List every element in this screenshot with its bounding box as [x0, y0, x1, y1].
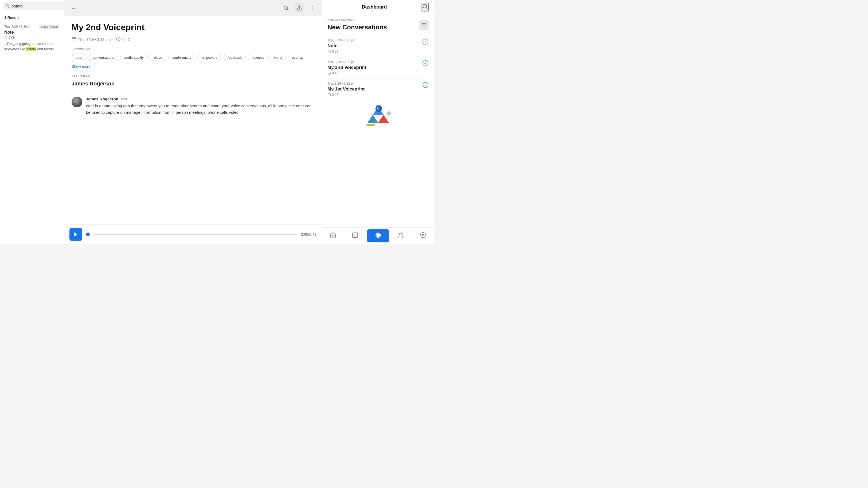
keyword-conferences[interactable]: conferences [168, 54, 195, 61]
voiceprint-duration: 0:42 [122, 37, 129, 42]
detail-content: My 2nd Voiceprint Thu, 3/29 • 3:32 pm [64, 16, 322, 225]
transcript-entry: James Rogerson 0:00 otter is a note taki… [71, 97, 314, 116]
conv-date-0: Thu, 3/29 • 3:36 pm [328, 38, 355, 42]
speaker-name: James Rogerson [86, 97, 118, 101]
conv-item-2[interactable]: Thu, 3/29 • 3:32 pm My 1st Voiceprint 0:… [328, 78, 429, 100]
people-icon [398, 232, 404, 240]
keyword-lectures[interactable]: lectures [248, 54, 268, 61]
svg-marker-8 [74, 232, 78, 236]
more-button[interactable]: ⋮ [308, 3, 317, 13]
nav-record[interactable] [367, 229, 389, 242]
excerpt-highlight: potato [26, 47, 36, 51]
right-panel: Dashboard CONVERSATIONS New Conversation… [322, 0, 434, 244]
result-header: Thu, 3/29 • 3:36 pm 1 INSTANCE [4, 25, 60, 29]
search-input[interactable] [11, 4, 62, 8]
keyword-audio-quality[interactable]: audio quality [120, 54, 148, 61]
transcript-body: James Rogerson 0:00 otter is a note taki… [86, 97, 314, 116]
conv-title-2: My 1st Voiceprint [328, 87, 365, 92]
result-title: Note [4, 30, 60, 35]
new-conversations-title: New Conversations [328, 24, 387, 31]
conv-item-1[interactable]: Thu, 3/29 • 3:32 pm My 2nd Voiceprint 0:… [328, 57, 429, 78]
svg-marker-23 [378, 115, 389, 123]
svg-point-0 [284, 6, 288, 10]
conv-duration-0: 0:09 [328, 50, 355, 54]
conv-duration-1: 0:42 [328, 71, 366, 75]
share-button[interactable] [294, 3, 305, 13]
keyword-overlap[interactable]: overlap [288, 54, 307, 61]
clock-icon [116, 37, 121, 42]
keyword-word[interactable]: word [270, 54, 285, 61]
voiceprint-date: Thu, 3/29 • 3:32 pm [78, 37, 111, 42]
keyword-otter[interactable]: otter [71, 54, 87, 61]
transcript-section: James Rogerson 0:00 otter is a note taki… [71, 92, 314, 116]
calendar-icon [71, 37, 76, 42]
progress-track[interactable] [93, 234, 297, 235]
result-duration: ⏱ 0:09 [4, 36, 60, 39]
search-icon: 🔍 [5, 4, 10, 8]
back-button[interactable]: ← [68, 3, 78, 13]
notes-icon [352, 232, 358, 240]
conversations-panel: CONVERSATIONS New Conversations Thu, 3/2… [322, 14, 434, 227]
svg-point-9 [423, 4, 427, 8]
conv-header-left: CONVERSATIONS New Conversations [328, 19, 387, 31]
settings-icon [420, 232, 426, 240]
conv-date-2: Thu, 3/29 • 3:32 pm [328, 82, 365, 86]
svg-rect-3 [72, 37, 76, 41]
detail-toolbar: ← ⋮ [64, 0, 322, 16]
excerpt-after: and recruit.... [36, 47, 57, 51]
home-icon [330, 232, 336, 240]
check-icon-1 [422, 60, 429, 68]
speaker-time: 0:00 [121, 97, 128, 101]
keyword-empowers[interactable]: empowers [197, 54, 221, 61]
conv-header-row: CONVERSATIONS New Conversations [328, 19, 429, 31]
svg-point-39 [422, 234, 424, 236]
conv-item-0[interactable]: Thu, 3/29 • 3:36 pm Note 0:09 [328, 35, 429, 57]
keyword-conversations[interactable]: conversations [89, 54, 118, 61]
search-input-wrapper: 🔍 × [3, 2, 69, 10]
dashboard-header: Dashboard [322, 0, 434, 14]
mascot-area [328, 100, 429, 132]
svg-point-25 [387, 111, 391, 116]
player-time: 0:00/0:42 [301, 232, 316, 236]
player-bar: 0:00/0:42 [64, 225, 322, 244]
speaker-line: James Rogerson 0:00 [86, 97, 314, 101]
instance-badge: 1 INSTANCE [39, 25, 60, 29]
keywords-section: KEYWORDS otter conversations audio quali… [71, 47, 314, 69]
list-view-button[interactable] [419, 20, 429, 30]
dashboard-search-button[interactable] [421, 3, 429, 11]
check-icon-2 [422, 82, 429, 90]
play-button[interactable] [69, 228, 82, 241]
nav-notes[interactable] [344, 228, 366, 244]
record-icon [375, 232, 381, 240]
keyword-feedback[interactable]: feedback [223, 54, 246, 61]
attendees-label: ATTENDEES [71, 74, 314, 77]
result-date: Thu, 3/29 • 3:36 pm [4, 25, 32, 29]
attendee-name: James Rogerson [71, 80, 314, 87]
svg-point-36 [377, 234, 380, 237]
nav-people[interactable] [390, 228, 412, 244]
meta-date: Thu, 3/29 • 3:32 pm [71, 37, 111, 42]
conversations-label: CONVERSATIONS [328, 19, 387, 22]
conv-duration-2: 0:07 [328, 93, 365, 97]
meta-duration: 0:42 [116, 37, 129, 42]
search-button[interactable] [281, 3, 291, 13]
progress-dot[interactable] [86, 232, 90, 236]
svg-point-38 [399, 233, 401, 235]
keywords-grid: otter conversations audio quality place … [71, 54, 314, 61]
svg-line-1 [287, 9, 288, 10]
keyword-place[interactable]: place [150, 54, 166, 61]
voiceprint-title: My 2nd Voiceprint [71, 23, 314, 32]
conv-title-0: Note [328, 43, 355, 48]
nav-home[interactable] [322, 228, 344, 244]
avatar [71, 97, 82, 107]
svg-marker-24 [368, 115, 378, 123]
detail-panel: ← ⋮ My 2nd Voiceprint [64, 0, 322, 244]
check-icon-0 [422, 38, 429, 46]
conv-date-1: Thu, 3/29 • 3:32 pm [328, 60, 366, 64]
svg-point-28 [377, 107, 378, 108]
nav-settings[interactable] [412, 228, 434, 244]
keywords-label: KEYWORDS [71, 47, 314, 51]
voiceprint-meta: Thu, 3/29 • 3:32 pm 0:42 [71, 37, 314, 42]
show-more-button[interactable]: Show more [71, 64, 91, 69]
search-result-item[interactable]: Thu, 3/29 • 3:36 pm 1 INSTANCE Note ⏱ 0:… [0, 22, 64, 55]
